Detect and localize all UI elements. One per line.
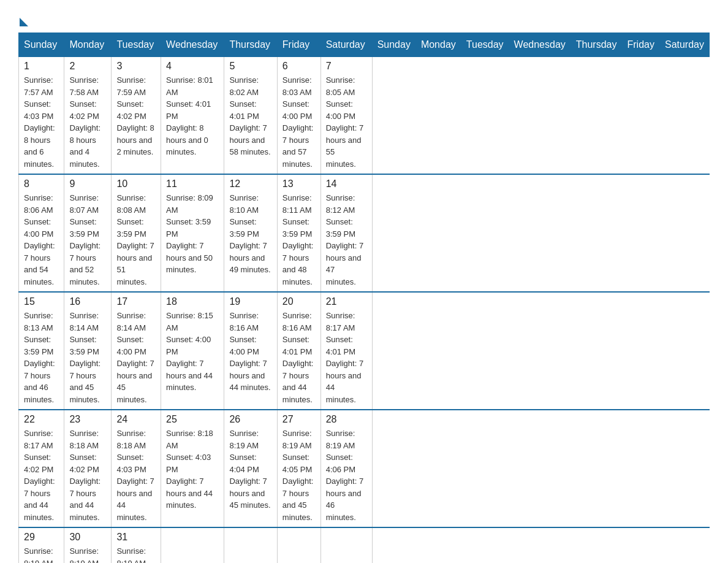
day-info: Sunrise: 8:14 AMSunset: 4:00 PMDaylight:… [116, 310, 156, 405]
calendar-cell [161, 527, 224, 563]
day-number: 26 [229, 414, 271, 425]
calendar-header-row: SundayMondayTuesdayWednesdayThursdayFrid… [19, 33, 710, 57]
day-info: Sunrise: 8:01 AMSunset: 4:01 PMDaylight:… [166, 74, 219, 158]
day-number: 18 [166, 296, 219, 307]
day-info: Sunrise: 8:19 AMSunset: 4:08 PMDaylight:… [69, 545, 106, 563]
calendar-cell: 26Sunrise: 8:19 AMSunset: 4:04 PMDayligh… [224, 410, 277, 527]
calendar-table: SundayMondayTuesdayWednesdayThursdayFrid… [18, 33, 710, 563]
day-info: Sunrise: 7:59 AMSunset: 4:02 PMDaylight:… [116, 74, 156, 158]
col-header-wednesday: Wednesday [161, 33, 224, 57]
page-header [18, 12, 710, 26]
col-header-wednesday: Wednesday [509, 33, 571, 57]
calendar-cell: 17Sunrise: 8:14 AMSunset: 4:00 PMDayligh… [112, 292, 161, 410]
day-number: 7 [326, 61, 367, 72]
calendar-week-row: 15Sunrise: 8:13 AMSunset: 3:59 PMDayligh… [19, 292, 710, 410]
day-info: Sunrise: 8:06 AMSunset: 4:00 PMDaylight:… [24, 192, 59, 288]
calendar-cell: 24Sunrise: 8:18 AMSunset: 4:03 PMDayligh… [112, 410, 161, 527]
calendar-week-row: 8Sunrise: 8:06 AMSunset: 4:00 PMDaylight… [19, 174, 710, 292]
day-info: Sunrise: 8:18 AMSunset: 4:02 PMDaylight:… [69, 427, 106, 523]
calendar-cell [320, 527, 372, 563]
day-number: 17 [116, 296, 156, 307]
col-header-sunday: Sunday [19, 33, 64, 57]
calendar-cell: 4Sunrise: 8:01 AMSunset: 4:01 PMDaylight… [161, 57, 224, 175]
day-number: 5 [229, 61, 271, 72]
col-header-monday: Monday [415, 33, 461, 57]
calendar-cell: 30Sunrise: 8:19 AMSunset: 4:08 PMDayligh… [64, 527, 112, 563]
day-number: 15 [24, 296, 59, 307]
col-header-thursday: Thursday [224, 33, 277, 57]
day-number: 1 [24, 61, 59, 72]
col-header-tuesday: Tuesday [112, 33, 161, 57]
day-info: Sunrise: 8:14 AMSunset: 3:59 PMDaylight:… [69, 310, 106, 405]
col-header-friday: Friday [277, 33, 320, 57]
day-info: Sunrise: 8:10 AMSunset: 3:59 PMDaylight:… [229, 192, 271, 276]
day-number: 6 [282, 61, 316, 72]
day-number: 19 [229, 296, 271, 307]
day-info: Sunrise: 8:19 AMSunset: 4:04 PMDaylight:… [229, 427, 271, 511]
day-info: Sunrise: 8:19 AMSunset: 4:06 PMDaylight:… [326, 427, 367, 523]
calendar-week-row: 1Sunrise: 7:57 AMSunset: 4:03 PMDaylight… [19, 57, 710, 175]
day-number: 20 [282, 296, 316, 307]
day-number: 12 [229, 178, 271, 190]
day-info: Sunrise: 8:19 AMSunset: 4:07 PMDaylight:… [24, 545, 59, 563]
calendar-cell: 21Sunrise: 8:17 AMSunset: 4:01 PMDayligh… [320, 292, 372, 410]
calendar-cell [277, 527, 320, 563]
day-info: Sunrise: 8:08 AMSunset: 3:59 PMDaylight:… [116, 192, 156, 288]
calendar-cell: 11Sunrise: 8:09 AMSunset: 3:59 PMDayligh… [161, 174, 224, 292]
day-number: 24 [116, 414, 156, 425]
day-info: Sunrise: 8:13 AMSunset: 3:59 PMDaylight:… [24, 310, 59, 405]
calendar-cell: 7Sunrise: 8:05 AMSunset: 4:00 PMDaylight… [320, 57, 372, 175]
day-number: 31 [116, 532, 156, 543]
day-number: 16 [69, 296, 106, 307]
calendar-cell: 12Sunrise: 8:10 AMSunset: 3:59 PMDayligh… [224, 174, 277, 292]
col-header-tuesday: Tuesday [461, 33, 509, 57]
day-number: 29 [24, 532, 59, 543]
day-number: 11 [166, 178, 219, 190]
day-number: 4 [166, 61, 219, 72]
calendar-cell: 31Sunrise: 8:19 AMSunset: 4:08 PMDayligh… [112, 527, 161, 563]
calendar-week-row: 22Sunrise: 8:17 AMSunset: 4:02 PMDayligh… [19, 410, 710, 527]
day-number: 30 [69, 532, 106, 543]
day-info: Sunrise: 8:09 AMSunset: 3:59 PMDaylight:… [166, 192, 219, 276]
day-number: 21 [326, 296, 367, 307]
day-number: 8 [24, 178, 59, 190]
calendar-cell: 22Sunrise: 8:17 AMSunset: 4:02 PMDayligh… [19, 410, 64, 527]
day-info: Sunrise: 8:03 AMSunset: 4:00 PMDaylight:… [282, 74, 316, 170]
col-header-monday: Monday [64, 33, 112, 57]
day-info: Sunrise: 8:12 AMSunset: 3:59 PMDaylight:… [326, 192, 367, 288]
day-info: Sunrise: 8:11 AMSunset: 3:59 PMDaylight:… [282, 192, 316, 288]
calendar-cell [224, 527, 277, 563]
day-info: Sunrise: 8:16 AMSunset: 4:00 PMDaylight:… [229, 310, 271, 394]
day-number: 9 [69, 178, 106, 190]
calendar-cell: 20Sunrise: 8:16 AMSunset: 4:01 PMDayligh… [277, 292, 320, 410]
day-number: 13 [282, 178, 316, 190]
calendar-cell: 2Sunrise: 7:58 AMSunset: 4:02 PMDaylight… [64, 57, 112, 175]
calendar-cell: 9Sunrise: 8:07 AMSunset: 3:59 PMDaylight… [64, 174, 112, 292]
calendar-cell: 19Sunrise: 8:16 AMSunset: 4:00 PMDayligh… [224, 292, 277, 410]
calendar-cell: 1Sunrise: 7:57 AMSunset: 4:03 PMDaylight… [19, 57, 64, 175]
calendar-cell: 14Sunrise: 8:12 AMSunset: 3:59 PMDayligh… [320, 174, 372, 292]
day-info: Sunrise: 8:17 AMSunset: 4:02 PMDaylight:… [24, 427, 59, 523]
calendar-cell: 5Sunrise: 8:02 AMSunset: 4:01 PMDaylight… [224, 57, 277, 175]
col-header-thursday: Thursday [571, 33, 622, 57]
logo [18, 12, 28, 26]
calendar-cell: 25Sunrise: 8:18 AMSunset: 4:03 PMDayligh… [161, 410, 224, 527]
calendar-cell: 8Sunrise: 8:06 AMSunset: 4:00 PMDaylight… [19, 174, 64, 292]
day-info: Sunrise: 8:19 AMSunset: 4:08 PMDaylight:… [116, 545, 156, 563]
calendar-cell: 13Sunrise: 8:11 AMSunset: 3:59 PMDayligh… [277, 174, 320, 292]
col-header-friday: Friday [622, 33, 659, 57]
col-header-saturday: Saturday [320, 33, 372, 57]
day-number: 23 [69, 414, 106, 425]
day-info: Sunrise: 8:18 AMSunset: 4:03 PMDaylight:… [116, 427, 156, 523]
calendar-cell: 18Sunrise: 8:15 AMSunset: 4:00 PMDayligh… [161, 292, 224, 410]
calendar-cell: 29Sunrise: 8:19 AMSunset: 4:07 PMDayligh… [19, 527, 64, 563]
calendar-week-row: 29Sunrise: 8:19 AMSunset: 4:07 PMDayligh… [19, 527, 710, 563]
day-number: 14 [326, 178, 367, 190]
calendar-cell: 6Sunrise: 8:03 AMSunset: 4:00 PMDaylight… [277, 57, 320, 175]
calendar-cell: 16Sunrise: 8:14 AMSunset: 3:59 PMDayligh… [64, 292, 112, 410]
calendar-cell: 15Sunrise: 8:13 AMSunset: 3:59 PMDayligh… [19, 292, 64, 410]
day-info: Sunrise: 7:57 AMSunset: 4:03 PMDaylight:… [24, 74, 59, 170]
calendar-cell: 3Sunrise: 7:59 AMSunset: 4:02 PMDaylight… [112, 57, 161, 175]
day-number: 25 [166, 414, 219, 425]
calendar-cell: 27Sunrise: 8:19 AMSunset: 4:05 PMDayligh… [277, 410, 320, 527]
